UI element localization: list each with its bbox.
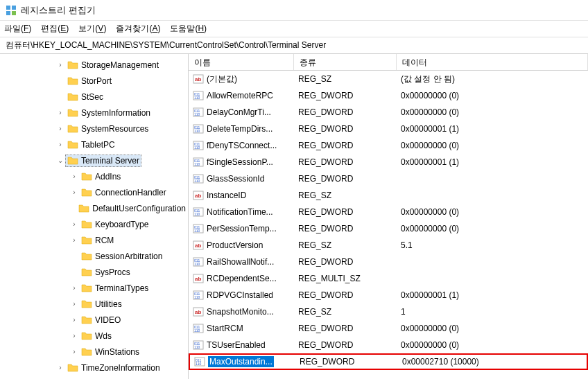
- value-data: 0x00000000 (0): [397, 91, 588, 100]
- folder-icon: [67, 362, 78, 373]
- chevron-icon[interactable]: ›: [69, 173, 79, 180]
- list-row[interactable]: GlassSessionIdREG_DWORD: [189, 170, 588, 187]
- folder-icon: [67, 107, 78, 118]
- tree-item-label: Terminal Server: [81, 156, 139, 166]
- col-header-data[interactable]: 데이터: [397, 54, 588, 70]
- tree-item-label: TabletPC: [81, 140, 115, 150]
- chevron-icon[interactable]: ›: [69, 316, 79, 324]
- tree-item[interactable]: ›Wds: [0, 328, 188, 344]
- tree-item[interactable]: SessionArbitration: [0, 248, 188, 264]
- tree-item[interactable]: ›TimeZoneInformation: [0, 360, 188, 376]
- list-row[interactable]: RailShowallNotif...REG_DWORD: [189, 254, 588, 270]
- list-row[interactable]: AllowRemoteRPCREG_DWORD0x00000000 (0): [189, 87, 588, 104]
- chevron-icon[interactable]: ›: [55, 109, 65, 116]
- tree-panel[interactable]: ›StorageManagementStorPortStSec›SystemIn…: [0, 54, 189, 379]
- chevron-icon[interactable]: ›: [69, 236, 79, 244]
- binary-value-icon: [193, 90, 204, 101]
- tree-item-label: SystemInformation: [81, 108, 150, 118]
- tree-item-label: Utilities: [95, 299, 122, 309]
- folder-icon: [81, 219, 92, 230]
- chevron-icon[interactable]: ›: [69, 220, 79, 228]
- chevron-icon[interactable]: ›: [55, 141, 65, 148]
- list-row[interactable]: (기본값)REG_SZ(값 설정 안 됨): [189, 71, 588, 87]
- chevron-icon[interactable]: ›: [69, 348, 79, 355]
- chevron-icon[interactable]: ›: [69, 284, 79, 292]
- list-row[interactable]: fSingleSessionP...REG_DWORD0x00000001 (1…: [189, 154, 588, 170]
- menu-edit[interactable]: 편집(E): [41, 23, 69, 35]
- list-row[interactable]: MaxOutstandin...REG_DWORD0x00002710 (100…: [189, 353, 588, 370]
- chevron-icon[interactable]: ›: [55, 364, 65, 371]
- list-row[interactable]: RDPVGCInstalledREG_DWORD0x00000001 (1): [189, 287, 588, 303]
- col-header-type[interactable]: 종류: [294, 54, 397, 70]
- value-type: REG_DWORD: [294, 124, 397, 134]
- value-type: REG_DWORD: [294, 141, 397, 150]
- tree-item[interactable]: StSec: [0, 89, 188, 105]
- folder-icon: [67, 123, 78, 134]
- tree-item[interactable]: SysProcs: [0, 264, 188, 280]
- tree-item[interactable]: ›Utilities: [0, 296, 188, 312]
- tree-item-label: TerminalTypes: [95, 283, 148, 293]
- list-row[interactable]: StartRCMREG_DWORD0x00000000 (0): [189, 320, 588, 337]
- tree-item[interactable]: StorPort: [0, 73, 188, 89]
- list-row[interactable]: fDenyTSConnect...REG_DWORD0x00000000 (0): [189, 137, 588, 154]
- tree-item[interactable]: ›WinStations: [0, 344, 188, 360]
- chevron-icon[interactable]: ›: [55, 61, 65, 69]
- tree-item[interactable]: ›VIDEO: [0, 312, 188, 328]
- tree-item-label: RCM: [95, 236, 114, 245]
- list-row[interactable]: DelayConMgrTi...REG_DWORD0x00000000 (0): [189, 104, 588, 121]
- folder-icon: [78, 203, 89, 214]
- address-path: 컴퓨터\HKEY_LOCAL_MACHINE\SYSTEM\CurrentCon…: [6, 39, 326, 51]
- list-row[interactable]: InstanceIDREG_SZ: [189, 187, 588, 204]
- value-name: StartRCM: [207, 324, 243, 333]
- list-row[interactable]: DeleteTempDirs...REG_DWORD0x00000001 (1): [189, 121, 588, 137]
- tree-item[interactable]: ›StorageManagement: [0, 57, 188, 73]
- binary-value-icon: [193, 157, 204, 168]
- folder-icon: [81, 171, 92, 182]
- list-row[interactable]: PerSessionTemp...REG_DWORD0x00000000 (0): [189, 220, 588, 237]
- tree-item-label: DefaultUserConfiguration: [92, 204, 186, 213]
- tree-item-label: TimeZoneInformation: [81, 363, 160, 373]
- value-data: 0x00000001 (1): [397, 157, 588, 167]
- value-data: 5.1: [397, 240, 588, 250]
- chevron-icon[interactable]: ›: [55, 125, 65, 132]
- list-row[interactable]: SnapshotMonito...REG_SZ1: [189, 303, 588, 320]
- value-type: REG_DWORD: [294, 107, 397, 117]
- binary-value-icon: [193, 107, 204, 118]
- value-name: RCDependentSe...: [207, 274, 277, 283]
- folder-icon: [67, 76, 78, 87]
- value-name: DeleteTempDirs...: [207, 124, 273, 134]
- chevron-icon[interactable]: ›: [69, 188, 79, 196]
- chevron-icon[interactable]: ›: [69, 300, 79, 308]
- tree-item[interactable]: ›TerminalTypes: [0, 280, 188, 296]
- value-name: TSUserEnabled: [207, 340, 266, 350]
- tree-item[interactable]: ⌄Terminal Server: [0, 152, 188, 168]
- menu-file[interactable]: 파일(F): [4, 23, 31, 35]
- menu-favorites[interactable]: 즐겨찾기(A): [116, 23, 160, 35]
- menu-help[interactable]: 도움말(H): [170, 23, 207, 35]
- tree-item[interactable]: ›TabletPC: [0, 136, 188, 152]
- tree-item[interactable]: ›AddIns: [0, 168, 188, 184]
- value-type: REG_DWORD: [294, 324, 397, 333]
- list-row[interactable]: NotificationTime...REG_DWORD0x00000000 (…: [189, 204, 588, 220]
- value-type: REG_DWORD: [294, 207, 397, 217]
- value-data: 0x00000000 (0): [397, 141, 588, 150]
- tree-item[interactable]: ›ConnectionHandler: [0, 184, 188, 200]
- col-header-name[interactable]: 이름: [189, 54, 294, 70]
- addressbar[interactable]: 컴퓨터\HKEY_LOCAL_MACHINE\SYSTEM\CurrentCon…: [0, 37, 588, 54]
- list-row[interactable]: ProductVersionREG_SZ5.1: [189, 237, 588, 254]
- list-row[interactable]: TSUserEnabledREG_DWORD0x00000000 (0): [189, 337, 588, 353]
- tree-item[interactable]: ›RCM: [0, 232, 188, 248]
- list-row[interactable]: RCDependentSe...REG_MULTI_SZ: [189, 270, 588, 287]
- tree-item[interactable]: ›Ubpm: [0, 376, 188, 379]
- tree-item-label: StSec: [81, 92, 103, 102]
- folder-icon: [81, 330, 92, 342]
- value-type: REG_SZ: [294, 191, 397, 200]
- chevron-icon[interactable]: ⌄: [55, 157, 65, 164]
- tree-item[interactable]: DefaultUserConfiguration: [0, 200, 188, 216]
- tree-item[interactable]: ›SystemInformation: [0, 105, 188, 121]
- menu-view[interactable]: 보기(V): [78, 23, 106, 35]
- tree-item[interactable]: ›KeyboardType: [0, 216, 188, 232]
- tree-item[interactable]: ›SystemResources: [0, 121, 188, 136]
- chevron-icon[interactable]: ›: [69, 332, 79, 340]
- folder-icon: [81, 267, 92, 278]
